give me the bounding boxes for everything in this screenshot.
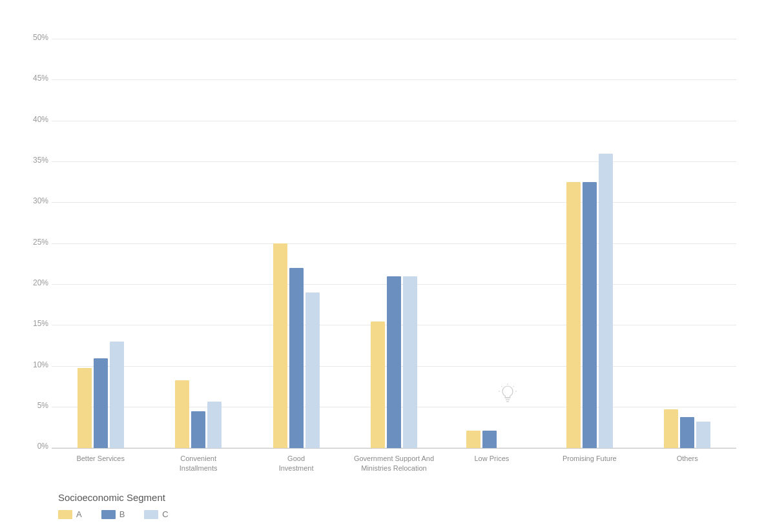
bar-b: [94, 358, 108, 449]
y-axis-label: 0%: [19, 442, 48, 451]
bars-row: [461, 39, 522, 448]
chart-container: 50%45%40%35%30%25%20%15%10%5%0% Better S…: [0, 0, 775, 532]
bar-b: [191, 411, 205, 448]
bars-row: [366, 39, 422, 448]
y-axis-label: 25%: [19, 238, 48, 247]
bar-a: [371, 322, 385, 449]
bars-row: [659, 39, 716, 448]
bar-c: [207, 402, 222, 448]
y-axis-label: 20%: [19, 278, 48, 287]
x-axis-label: Government Support AndMinistries Relocat…: [345, 454, 442, 473]
legend-label: A: [76, 509, 82, 519]
x-axis-label: Others: [639, 454, 736, 473]
legend-label: B: [119, 509, 125, 519]
legend-item: A: [58, 509, 82, 519]
bar-b: [680, 417, 694, 448]
category-group: [52, 39, 149, 448]
bar-b: [583, 182, 597, 448]
y-axis-label: 15%: [19, 319, 48, 328]
bar-a: [175, 380, 189, 448]
x-axis-label: Promising Future: [541, 454, 638, 473]
bars-row: [170, 39, 227, 448]
legend-item: C: [144, 509, 168, 519]
bars-row: [561, 39, 618, 448]
legend-color-box: [101, 510, 116, 519]
svg-line-1: [501, 386, 502, 387]
bars-area: [52, 39, 736, 448]
bars-row: [72, 39, 129, 448]
bar-c: [403, 276, 417, 448]
x-labels: Better ServicesConvenientInstallmentsGoo…: [52, 454, 736, 473]
legend-title: Socioeconomic Segment: [58, 492, 736, 503]
bar-c: [599, 154, 613, 449]
x-axis-label: ConvenientInstallments: [149, 454, 247, 473]
x-axis-label: Better Services: [52, 454, 149, 473]
y-axis-label: 10%: [19, 360, 48, 369]
x-axis-line: [52, 448, 736, 449]
y-axis-label: 5%: [19, 401, 48, 410]
bar-c: [110, 342, 124, 448]
legend-label: C: [162, 509, 168, 519]
y-axis-label: 35%: [19, 156, 48, 165]
category-group: [247, 39, 345, 448]
chart-area: 50%45%40%35%30%25%20%15%10%5%0% Better S…: [52, 39, 736, 473]
bar-a: [273, 243, 287, 448]
category-group: [149, 39, 247, 448]
bar-a: [78, 368, 92, 448]
legend-color-box: [144, 510, 158, 519]
bar-c: [696, 422, 710, 449]
legend-color-box: [58, 510, 72, 519]
y-axis-label: 40%: [19, 115, 48, 124]
category-group: [345, 39, 442, 448]
legend-items: ABC: [58, 509, 736, 519]
x-axis-label: Low Prices: [443, 454, 541, 473]
svg-line-2: [513, 386, 514, 387]
y-axis-label: 45%: [19, 74, 48, 83]
y-axis-label: 50%: [19, 33, 48, 42]
category-group: [443, 39, 541, 448]
bar-b: [482, 431, 497, 449]
bar-a: [664, 409, 678, 449]
legend-item: B: [101, 509, 125, 519]
lightbulb-icon: [499, 384, 517, 448]
bar-b: [387, 276, 401, 448]
grid-and-bars: 50%45%40%35%30%25%20%15%10%5%0%: [52, 39, 736, 448]
bar-a: [566, 182, 581, 448]
bar-c: [305, 292, 320, 448]
category-group: [541, 39, 638, 448]
bar-a: [466, 431, 480, 449]
category-group: [639, 39, 736, 448]
y-axis-label: 30%: [19, 196, 48, 205]
bar-b: [289, 268, 304, 448]
bars-row: [268, 39, 325, 448]
x-axis-label: GoodInvestment: [247, 454, 345, 473]
legend-section: Socioeconomic Segment ABC: [52, 492, 736, 519]
